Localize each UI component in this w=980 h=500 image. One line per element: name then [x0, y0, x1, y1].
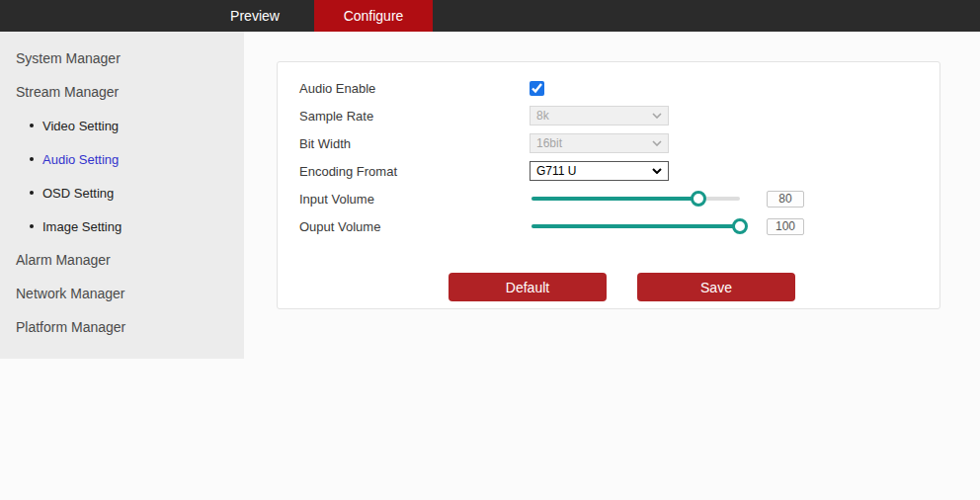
sidebar-item-label: OSD Setting [42, 186, 114, 201]
sidebar-item-osd-setting[interactable]: OSD Setting [0, 176, 244, 209]
sidebar-item-label: System Manager [16, 50, 121, 66]
sidebar-item-label: Audio Setting [42, 152, 119, 167]
sidebar-item-label: Network Manager [16, 286, 125, 301]
sidebar-item-label: Platform Manager [16, 319, 125, 335]
sample-rate-label: Sample Rate [299, 109, 530, 124]
sidebar-item-label: Stream Manager [16, 84, 119, 100]
sidebar-item-platform-manager[interactable]: Platform Manager [0, 310, 244, 344]
bit-width-row: Bit Width 16bit [278, 129, 939, 157]
sidebar-item-system-manager[interactable]: System Manager [0, 42, 244, 75]
output-volume-value: 100 [767, 218, 804, 235]
slider-fill [531, 197, 698, 201]
output-volume-row: Ouput Volume 100 [278, 212, 939, 240]
sidebar-item-alarm-manager[interactable]: Alarm Manager [0, 243, 244, 277]
sidebar-item-video-setting[interactable]: Video Setting [0, 109, 244, 142]
encoding-format-value: G711 U [536, 164, 576, 178]
bit-width-label: Bit Width [299, 136, 530, 151]
sidebar-item-image-setting[interactable]: Image Setting [0, 209, 244, 243]
audio-enable-label: Audio Enable [299, 81, 530, 96]
default-button[interactable]: Default [449, 273, 607, 301]
sidebar-item-label: Image Setting [42, 219, 122, 234]
input-volume-value: 80 [767, 191, 804, 208]
bullet-icon [30, 191, 34, 195]
audio-enable-row: Audio Enable [278, 74, 939, 102]
slider-handle[interactable] [691, 191, 706, 207]
input-volume-slider[interactable] [531, 191, 740, 207]
slider-fill [531, 224, 740, 228]
chevron-down-icon [652, 113, 662, 119]
top-bar: Preview Configure [0, 0, 980, 32]
bullet-icon [30, 157, 34, 161]
chevron-down-icon [652, 168, 662, 174]
sidebar-item-stream-manager[interactable]: Stream Manager [0, 75, 244, 109]
encoding-format-row: Encoding Fromat G711 U [278, 157, 939, 185]
sample-rate-value: 8k [536, 109, 549, 123]
sidebar-item-audio-setting[interactable]: Audio Setting [0, 142, 244, 176]
sidebar-item-network-manager[interactable]: Network Manager [0, 277, 244, 310]
encoding-format-select[interactable]: G711 U [530, 161, 669, 181]
sidebar-item-label: Alarm Manager [16, 252, 111, 268]
tab-configure[interactable]: Configure [314, 0, 433, 32]
sample-rate-row: Sample Rate 8k [278, 102, 939, 129]
slider-handle[interactable] [732, 218, 748, 234]
bullet-icon [30, 224, 34, 228]
bit-width-select: 16bit [530, 133, 669, 153]
output-volume-slider[interactable] [531, 218, 740, 234]
bit-width-value: 16bit [536, 136, 562, 150]
save-button[interactable]: Save [637, 273, 795, 301]
sample-rate-select: 8k [530, 106, 669, 125]
top-tabs: Preview Configure [196, 0, 980, 32]
encoding-format-label: Encoding Fromat [299, 164, 530, 179]
audio-enable-checkbox[interactable] [530, 81, 544, 96]
output-volume-label: Ouput Volume [299, 219, 530, 234]
input-volume-label: Input Volume [299, 192, 530, 207]
chevron-down-icon [652, 140, 662, 146]
input-volume-row: Input Volume 80 [278, 185, 939, 212]
sidebar-item-label: Video Setting [42, 119, 119, 133]
button-row: Default Save [449, 273, 939, 301]
audio-settings-panel: Audio Enable Sample Rate 8k Bit Width 16… [277, 61, 940, 309]
bullet-icon [30, 124, 34, 127]
sidebar: System Manager Stream Manager Video Sett… [0, 32, 244, 359]
tab-preview[interactable]: Preview [196, 0, 314, 32]
